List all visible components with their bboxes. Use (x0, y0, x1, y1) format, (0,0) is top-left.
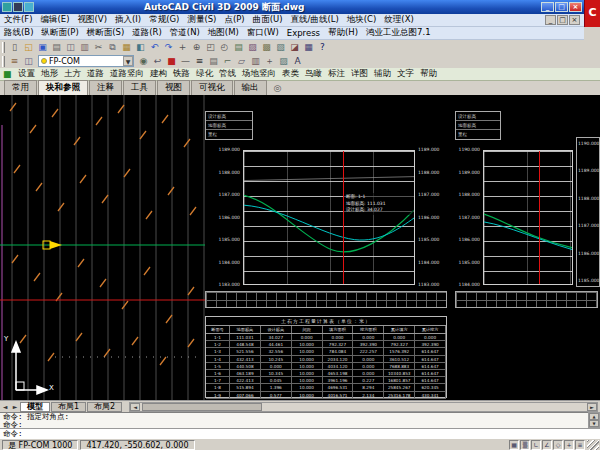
properties-icon[interactable]: ▤ (232, 41, 245, 54)
menu-item[interactable]: 插入(I) (111, 14, 145, 26)
hongye-menu-item[interactable]: 道路竖向 (107, 68, 147, 80)
coordinates-readout[interactable]: 417.420, -550.602, 0.000 (80, 440, 194, 450)
scroll-right-icon[interactable]: ► (587, 403, 597, 411)
hatch-icon[interactable]: ▨ (277, 55, 290, 68)
hongye-menu-item[interactable]: 铁路 (170, 68, 193, 80)
menu-item[interactable]: 纹理(X) (380, 14, 417, 26)
layer-previous-icon[interactable]: ↩ (151, 55, 164, 68)
minimize-button[interactable]: _ (541, 2, 554, 12)
menu-item[interactable]: 地图(M) (204, 27, 243, 39)
help-icon[interactable]: ? (316, 41, 329, 54)
osnap-toggle[interactable]: ◇ (553, 440, 563, 450)
paste-icon[interactable]: ▦ (120, 41, 133, 54)
tab-kuaihecanzhao[interactable]: 块和参照 (38, 80, 88, 95)
menu-item[interactable]: 点(P) (220, 14, 248, 26)
layout-tab-model[interactable]: 模型 (20, 402, 50, 412)
menu-item[interactable]: 视图(V) (74, 14, 111, 26)
toolbar-grip[interactable] (2, 56, 5, 67)
zoom-window-icon[interactable]: ◰ (204, 41, 217, 54)
layout-scroll-left-icon[interactable]: ◄ (0, 403, 10, 410)
hongye-menu-item[interactable]: 道路 (84, 68, 107, 80)
toolpalettes-icon[interactable]: ▩ (260, 41, 273, 54)
hongye-menu-item[interactable]: 建构 (147, 68, 170, 80)
menu-item[interactable]: 路线(B) (0, 27, 37, 39)
scroll-left-icon[interactable]: ◄ (130, 403, 140, 411)
hongye-menu-item[interactable]: 绿化 (193, 68, 216, 80)
markup-icon[interactable]: ◪ (288, 41, 301, 54)
command-input[interactable]: 命令: (0, 428, 600, 438)
toolbar-grip[interactable] (2, 42, 5, 53)
menu-item[interactable]: 管道(N) (166, 27, 204, 39)
doc-restore-button[interactable]: □ (557, 15, 568, 25)
scroll-down-icon[interactable]: ▼ (589, 420, 599, 427)
lwt-toggle[interactable]: ≡ (575, 440, 585, 450)
color-control-icon[interactable]: ■ (165, 55, 178, 68)
publish-icon[interactable]: ▥ (78, 41, 91, 54)
scroll-up-icon[interactable]: ▲ (589, 413, 599, 420)
cut-icon[interactable]: ✂ (92, 41, 105, 54)
menu-item[interactable]: 直线/曲线(L) (287, 14, 343, 26)
ortho-toggle[interactable]: ∟ (531, 440, 541, 450)
menu-item[interactable]: Express (283, 28, 324, 38)
menu-item[interactable]: 编辑(E) (37, 14, 74, 26)
menu-item[interactable]: 地块(C) (343, 14, 381, 26)
hongye-menu-item[interactable]: 帮助 (417, 68, 440, 80)
layer-dropdown[interactable]: FP-COM ▼ (38, 55, 134, 67)
menu-item[interactable]: 道路(R) (128, 27, 166, 39)
text-icon[interactable]: A (291, 55, 304, 68)
tab-overflow-icon[interactable]: ◎ (274, 83, 282, 93)
scrollbar-thumb[interactable] (142, 403, 262, 411)
dist-icon[interactable]: ⌐ (221, 55, 234, 68)
make-layer-current-icon[interactable]: ◉ (137, 55, 150, 68)
menu-item[interactable]: 帮助(H) (324, 27, 362, 39)
match-properties-icon[interactable]: ◧ (134, 41, 147, 54)
hongye-menu-item[interactable]: 表类 (279, 68, 302, 80)
copy-icon[interactable]: ⧉ (106, 41, 119, 54)
tab-zhushi[interactable]: 注释 (89, 80, 122, 95)
tab-shuchu[interactable]: 输出 (234, 80, 267, 95)
grid-toggle[interactable]: ▒ (520, 440, 530, 450)
menu-item[interactable]: 纵断面(P) (37, 27, 82, 39)
designcenter-icon[interactable]: ▨ (246, 41, 259, 54)
pan-icon[interactable]: + (176, 41, 189, 54)
area-icon[interactable]: ▱ (235, 55, 248, 68)
redo-icon[interactable]: ↷ (162, 41, 175, 54)
tab-gongju[interactable]: 工具 (123, 80, 156, 95)
sheetset-icon[interactable]: ▧ (274, 41, 287, 54)
tab-shitu[interactable]: 视图 (157, 80, 190, 95)
hongye-menu-item[interactable]: 详图 (348, 68, 371, 80)
menu-item[interactable]: 测量(S) (183, 14, 220, 26)
tab-keshihua[interactable]: 可视化 (191, 80, 233, 95)
layer-properties-icon[interactable]: ≡ (8, 55, 21, 68)
save-icon[interactable]: ▣ (36, 41, 49, 54)
hongye-menu-item[interactable]: 管线 (216, 68, 239, 80)
hongye-menu-item[interactable]: 文字 (394, 68, 417, 80)
undo-icon[interactable]: ↶ (148, 41, 161, 54)
resize-grip[interactable] (587, 440, 599, 450)
menu-item[interactable]: 文件(F) (0, 14, 37, 26)
tab-changyong[interactable]: 常用 (4, 80, 37, 95)
snap-toggle[interactable]: ▦ (509, 440, 519, 450)
hongye-menu-item[interactable]: 土方 (61, 68, 84, 80)
maximize-button[interactable]: □ (555, 2, 568, 12)
lineweight-icon[interactable]: ≡ (193, 55, 206, 68)
menu-item[interactable]: 横断面(S) (83, 27, 129, 39)
chevron-down-icon[interactable]: ▼ (123, 56, 133, 66)
list-icon[interactable]: ▥ (249, 55, 262, 68)
layout-tab-layout1[interactable]: 布局1 (51, 402, 86, 412)
layout-scroll-right-icon[interactable]: ► (10, 403, 20, 410)
zoom-realtime-icon[interactable]: ⊕ (190, 41, 203, 54)
open-icon[interactable]: ◱ (22, 41, 35, 54)
hongye-menu-item[interactable]: 场地竖向 (239, 68, 279, 80)
otrack-toggle[interactable]: + (564, 440, 574, 450)
doc-close-button[interactable]: × (569, 15, 580, 25)
zoom-previous-icon[interactable]: ◴ (218, 41, 231, 54)
quickcalc-icon[interactable]: ▦ (302, 41, 315, 54)
qnew-icon[interactable]: ▯ (8, 41, 21, 54)
hongye-menu-item[interactable]: 地形 (38, 68, 61, 80)
hongye-menu-item[interactable]: 鸟瞰 (302, 68, 325, 80)
drawing-canvas[interactable]: Y X 设计标高地面标高里程 1189.0001188.0001187.0001… (0, 95, 600, 400)
plotstyle-icon[interactable]: ▤ (207, 55, 220, 68)
doc-minimize-button[interactable]: _ (545, 15, 556, 25)
menu-item[interactable]: 曲面(U) (249, 14, 287, 26)
